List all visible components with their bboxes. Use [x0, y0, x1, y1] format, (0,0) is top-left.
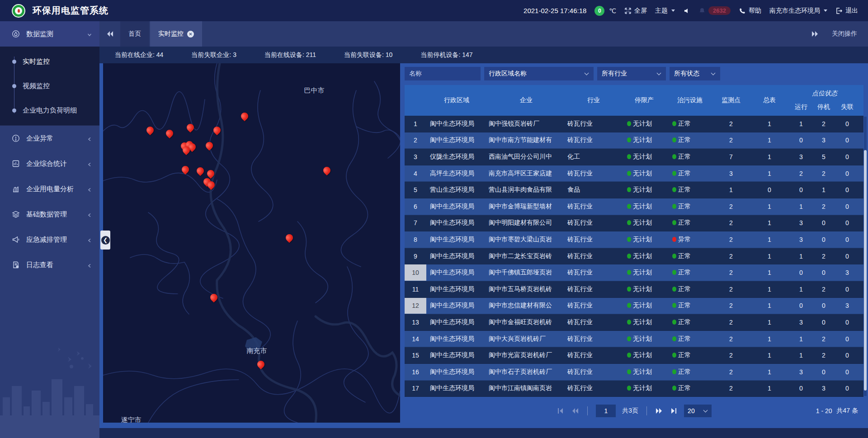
double-chevron-left-icon — [106, 31, 113, 37]
stat-value: 3 — [233, 51, 236, 58]
temperature-badge: 0 — [594, 6, 604, 16]
next-page-button[interactable] — [655, 407, 663, 414]
scrollbar-thumb[interactable] — [864, 150, 867, 390]
sidebar-item-label: 企业用电量分析 — [26, 185, 87, 193]
table-row[interactable]: 4高坪生态环境局南充市高坪区王家店建砖瓦行业无计划正常31220 — [405, 165, 863, 182]
sidebar-subitem[interactable]: 实时监控 — [0, 49, 99, 74]
filter-bar: 名称 行政区域名称 所有行业 所有状态 — [405, 67, 863, 80]
row-number: 9 — [405, 248, 426, 264]
cell-facility-status: 正常 — [667, 170, 713, 178]
sidebar-item-company-stats[interactable]: 企业综合统计 — [0, 151, 99, 176]
cell-stop: 2 — [812, 120, 835, 127]
theme-dropdown[interactable]: 主题 — [655, 7, 675, 15]
table-row[interactable]: 1阆中生态环境局阆中强锐页岩砖厂砖瓦行业无计划正常21120 — [405, 116, 863, 132]
cell-run: 1 — [790, 352, 812, 359]
close-icon[interactable]: ✕ — [187, 31, 194, 38]
city-skyline-decoration — [0, 343, 99, 438]
status-dot-icon — [672, 386, 676, 391]
sidebar-item-data-monitor[interactable]: 数据监测 — [0, 21, 99, 47]
notification-area[interactable]: 2632 — [698, 6, 731, 15]
cell-meters: 1 — [749, 302, 790, 309]
column-header: 总表 — [749, 85, 790, 116]
cell-industry: 砖瓦行业 — [566, 335, 622, 343]
org-dropdown[interactable]: 南充市生态环境局 — [769, 7, 827, 15]
cell-industry: 砖瓦行业 — [566, 368, 622, 376]
log-icon — [12, 261, 20, 269]
status-select[interactable]: 所有状态 — [670, 67, 720, 80]
table-row[interactable]: 14阆中生态环境局阆中大兴页岩机砖厂砖瓦行业无计划正常21120 — [405, 331, 863, 348]
table-row[interactable]: 11阆中生态环境局阆中市五马桥页岩机砖砖瓦行业无计划正常21120 — [405, 281, 863, 298]
table-row[interactable]: 7阆中生态环境局阆中明阳建材有限公司砖瓦行业无计划正常21300 — [405, 215, 863, 232]
tab-实时监控[interactable]: 实时监控✕ — [150, 21, 202, 47]
logout-button[interactable]: 退出 — [835, 7, 858, 15]
tabs-scroll-right-button[interactable] — [811, 30, 819, 38]
region-select[interactable]: 行政区域名称 — [484, 67, 594, 80]
status-dot-icon — [627, 137, 631, 142]
table-row[interactable]: 17阆中生态环境局阆中市江南镇阆南页岩砖瓦行业无计划正常21030 — [405, 381, 863, 397]
table-scrollbar[interactable] — [864, 117, 867, 396]
row-number: 16 — [405, 364, 426, 380]
sidebar-subitem[interactable]: 视频监控 — [0, 74, 99, 98]
name-search-input[interactable]: 名称 — [405, 67, 481, 80]
table-row[interactable]: 15阆中生态环境局阆中市光富页岩机砖厂砖瓦行业无计划正常21120 — [405, 347, 863, 364]
close-operations-button[interactable]: 关闭操作 — [832, 30, 857, 38]
column-header: 行业 — [566, 85, 622, 116]
status-dot-icon — [627, 336, 631, 341]
cell-company: 阆中市忠信建材有限公 — [487, 301, 566, 310]
table-row[interactable]: 12阆中生态环境局阆中市忠信建材有限公砖瓦行业无计划正常21003 — [405, 298, 863, 315]
sidebar-item-company-abnormal[interactable]: 企业异常 — [0, 126, 99, 151]
cell-lost: 0 — [835, 368, 859, 376]
help-button[interactable]: 帮助 — [739, 7, 761, 15]
sidebar-subitem[interactable]: 企业电力负荷明细 — [0, 98, 99, 122]
cell-stop: 0 — [812, 302, 835, 309]
first-page-button[interactable] — [557, 407, 565, 414]
cell-meters: 1 — [749, 352, 790, 359]
cell-stop: 2 — [812, 253, 835, 260]
mute-button[interactable] — [683, 7, 690, 14]
page-number-input[interactable] — [596, 405, 616, 417]
status-dot-icon — [672, 220, 676, 225]
table-row[interactable]: 3仪陇生态环境局西南油气田分公司川中化工无计划正常71350 — [405, 149, 863, 165]
fullscreen-button[interactable]: 全屏 — [624, 7, 647, 15]
sidebar-item-power-analysis[interactable]: 企业用电量分析 — [0, 176, 99, 202]
industry-select[interactable]: 所有行业 — [597, 67, 666, 80]
sidebar-subitem-label: 企业电力负荷明细 — [23, 106, 77, 115]
cell-meters: 1 — [749, 368, 790, 376]
table-row[interactable]: 2阆中生态环境局阆中市南方节能建材有砖瓦行业无计划正常21030 — [405, 132, 863, 149]
cell-lost: 0 — [835, 203, 859, 210]
table-row[interactable]: 10阆中生态环境局阆中千佛镇五郎垭页岩砖瓦行业无计划正常21003 — [405, 264, 863, 281]
cell-industry: 砖瓦行业 — [566, 318, 622, 326]
tabs-scroll-left-button[interactable] — [99, 21, 120, 47]
cell-facility-status: 正常 — [667, 285, 713, 293]
map-panel[interactable]: 巴中市南充市遂宁市 — [103, 63, 400, 423]
table-row[interactable]: 6阆中生态环境局阆中市金博瑞新型墙材砖瓦行业无计划正常21120 — [405, 198, 863, 215]
sidebar-item-logs[interactable]: 日志查看 — [0, 252, 99, 278]
table-row[interactable]: 13阆中生态环境局阆中市金福旺页岩机砖砖瓦行业无计划正常21300 — [405, 314, 863, 331]
row-number: 2 — [405, 132, 426, 149]
cell-region: 高坪生态环境局 — [426, 170, 487, 178]
cell-run: 1 — [790, 286, 812, 293]
prev-page-button[interactable] — [571, 407, 579, 414]
status-stat: 当前失联企业: 3 — [191, 51, 236, 59]
tab-首页[interactable]: 首页 — [120, 21, 149, 47]
page-size-select[interactable]: 20 — [684, 405, 712, 417]
cell-limit-status: 无计划 — [622, 268, 667, 277]
last-page-button[interactable] — [670, 407, 678, 414]
table-row[interactable]: 9阆中生态环境局阆中市二龙长宝页岩砖砖瓦行业无计划正常21120 — [405, 248, 863, 265]
sidebar-item-label: 基础数据管理 — [26, 210, 87, 219]
cell-meters: 1 — [749, 153, 790, 160]
cell-points: 3 — [713, 170, 749, 177]
table-row[interactable]: 16阆中生态环境局阆中市石子页岩机砖厂砖瓦行业无计划正常21300 — [405, 364, 863, 381]
sidebar-collapse-handle[interactable]: ❮ — [100, 231, 110, 250]
sidebar-item-emergency[interactable]: 应急减排管理 — [0, 227, 99, 252]
cell-points: 2 — [713, 385, 749, 392]
cell-company: 阆中市二龙长宝页岩砖 — [487, 252, 566, 260]
table-row[interactable]: 8阆中生态环境局阆中市枣碧大梁山页岩砖瓦行业无计划异常21300 — [405, 231, 863, 248]
cell-limit-status: 无计划 — [622, 351, 667, 359]
table-row[interactable]: 5营山生态环境局营山县润丰肉食品有限食品无计划正常10010 — [405, 182, 863, 198]
cell-lost: 0 — [835, 335, 859, 343]
sidebar-submenu: 实时监控视频监控企业电力负荷明细 — [0, 47, 99, 126]
sidebar-item-base-data[interactable]: 基础数据管理 — [0, 202, 99, 227]
cell-limit-status: 无计划 — [622, 235, 667, 244]
cell-lost: 3 — [835, 302, 859, 309]
